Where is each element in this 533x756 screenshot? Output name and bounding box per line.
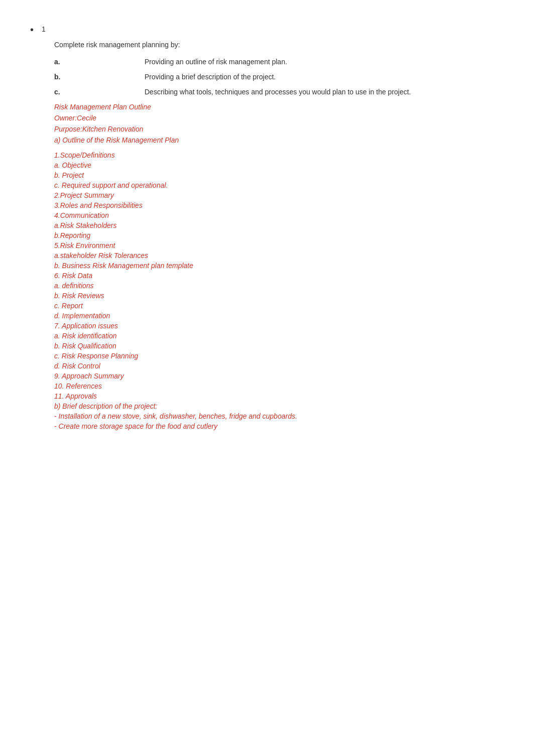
outline-item-15: c. Report (54, 302, 503, 310)
outline-item-21: d. Risk Control (54, 362, 503, 370)
outline-item-12: 6. Risk Data (54, 272, 503, 280)
intro-text: Complete risk management planning by: (54, 41, 503, 49)
red-line-1: Owner:Cecile (54, 114, 503, 122)
outline-item-7: a.Risk Stakeholders (54, 221, 503, 229)
outline-item-23: 10. References (54, 382, 503, 390)
outline-item-14: b. Risk Reviews (54, 292, 503, 300)
outline-item-1: a. Objective (54, 161, 503, 169)
outline-item-27: - Create more storage space for the food… (54, 422, 503, 430)
list-item-c: c. Describing what tools, techniques and… (54, 88, 503, 96)
outline-item-10: a.stakeholder Risk Tolerances (54, 251, 503, 260)
outline-item-8: b.Reporting (54, 231, 503, 239)
bullet-dot: • (30, 24, 34, 36)
red-line-0: Risk Management Plan Outline (54, 103, 503, 111)
outline-item-5: 3.Roles and Responsibilities (54, 201, 503, 209)
outline-item-2: b. Project (54, 171, 503, 179)
outline-item-6: 4.Communication (54, 211, 503, 219)
outline-item-17: 7. Application issues (54, 322, 503, 330)
list-label-a: a. (54, 58, 145, 66)
list-label-c: c. (54, 88, 145, 96)
bullet-number: 1 (42, 25, 46, 33)
list-content-b: Providing a brief description of the pro… (145, 73, 503, 81)
outline-item-9: 5.Risk Environment (54, 241, 503, 249)
outline-item-24: 11. Approvals (54, 392, 503, 400)
outline-item-11: b. Business Risk Management plan templat… (54, 262, 503, 270)
outline-item-13: a. definitions (54, 282, 503, 290)
list-item-b: b. Providing a brief description of the … (54, 73, 503, 81)
list-item-a: a. Providing an outline of risk manageme… (54, 58, 503, 66)
bullet-list-item: • 1 (30, 25, 503, 36)
outline-item-26: - Installation of a new stove, sink, dis… (54, 412, 503, 420)
outline-item-3: c. Required support and operational. (54, 181, 503, 189)
list-label-b: b. (54, 73, 145, 81)
outline-section: 1.Scope/Definitionsa. Objectiveb. Projec… (54, 151, 503, 430)
outline-item-20: c. Risk Response Planning (54, 352, 503, 360)
outline-item-4: 2.Project Summary (54, 191, 503, 199)
outline-item-25: b) Brief description of the project: (54, 402, 503, 410)
red-line-2: Purpose:Kitchen Renovation (54, 125, 503, 133)
outline-item-18: a. Risk identification (54, 332, 503, 340)
outline-item-16: d. Implementation (54, 312, 503, 320)
outline-item-0: 1.Scope/Definitions (54, 151, 503, 159)
outline-item-22: 9. Approach Summary (54, 372, 503, 380)
list-content-c: Describing what tools, techniques and pr… (145, 88, 503, 96)
outline-item-19: b. Risk Qualification (54, 342, 503, 350)
list-content-a: Providing an outline of risk management … (145, 58, 503, 66)
red-line-3: a) Outline of the Risk Management Plan (54, 136, 503, 144)
